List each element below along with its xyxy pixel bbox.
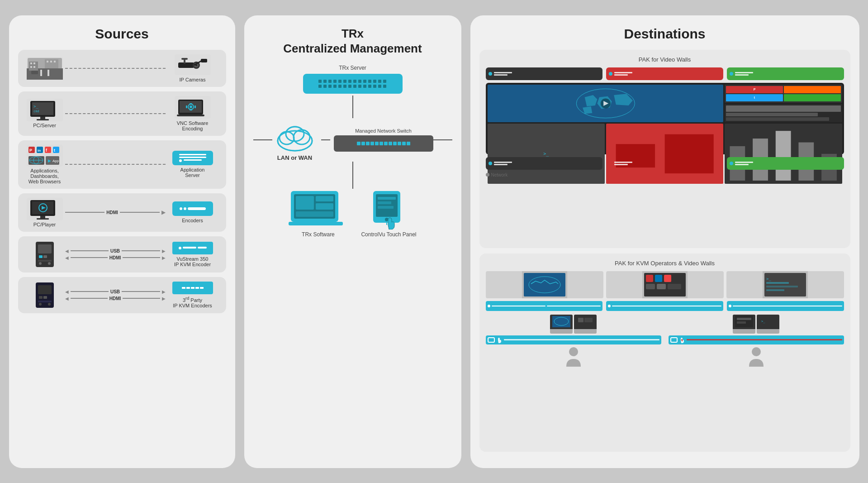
source-row-3rdparty: ◀ USB ▶ ◀ HDMI ▶ [18,277,226,313]
svg-rect-94 [316,203,333,210]
vw-cell-red-bottom [606,124,723,184]
controlvu-section: ControlVu Touch Panel [361,189,416,239]
kvm-monitor-2 [606,271,724,298]
kvm-ctrl-3 [727,301,844,311]
source-row-apps: P in f t ▶ App Applications, Dashb [18,140,226,189]
source-row-ip-cameras: IP Cameras [18,50,226,87]
svg-rect-29 [40,117,45,119]
svg-rect-62 [40,216,45,218]
svg-rect-8 [30,66,32,68]
pak-dot-2 [609,72,612,76]
svg-rect-135 [578,318,583,322]
ip-cameras-label: IP Cameras [180,77,206,82]
bottom-row: TRx Software [289,189,416,239]
app-server-dest: ApplicationServer [166,151,220,178]
network-row: LAN or WAN Managed Network Switch [253,118,452,162]
svg-text:App: App [52,159,59,163]
svg-rect-100 [378,201,391,204]
svg-point-77 [48,303,51,306]
svg-rect-7 [33,62,35,64]
video-wall-display: P t [486,83,844,154]
svg-rect-37 [190,109,192,110]
svg-rect-13 [54,61,56,62]
op2-monitor-2: >_ [757,315,779,334]
person-icon-1 [564,346,583,369]
svg-point-144 [752,347,761,356]
svg-rect-93 [316,196,333,201]
app-server-box [172,151,213,165]
vustream-label: VuStream 350IP KVM Encoder [174,256,211,267]
svg-rect-92 [296,196,314,210]
svg-rect-74 [43,296,47,299]
usb-label2: USB [110,289,120,294]
svg-point-69 [39,262,42,265]
svg-rect-40 [177,115,204,116]
trx-server-box [303,74,403,94]
pak-lines-2 [614,72,632,76]
vustream-icon [24,241,65,268]
source-row-vustream: ◀ USB ▶ ◀ HDMI ▶ [18,236,226,273]
svg-text:>_: >_ [33,104,38,109]
vw-cell-apps-top: P t [725,85,842,103]
svg-rect-95 [296,211,333,217]
pak-dot-1 [489,72,492,76]
encoders-label: Encoders [182,218,203,223]
source-row-pc-player: PC/Player HDMI ▶ Encoders [18,193,226,232]
vnc-label: VNC SoftwareEncoding [177,120,209,131]
pak-dot-3 [730,72,733,76]
encoders-box [172,201,213,216]
svg-rect-6 [30,62,32,64]
svg-rect-4 [47,70,49,76]
encoders-dest: Encoders [166,201,220,223]
center-title: TRx Centralized Management [253,26,452,57]
hdmi-label1: HDMI [109,255,121,260]
svg-text:cmd: cmd [33,110,39,113]
apps-line [65,164,166,165]
svg-rect-68 [38,260,52,262]
switch-section: Managed Network Switch [334,128,433,152]
svg-rect-109 [664,134,713,173]
3rdparty-label: 3rd PartyIP KVM Encoders [173,296,212,308]
op1-ctrl [486,335,661,344]
cloud-switch-row: LAN or WAN Managed Network Switch [272,118,433,162]
trx-software-section: TRx Software [289,189,347,238]
svg-text:>_: >_ [766,277,771,281]
main-container: Sources [5,11,864,473]
3rdparty-connectors: ◀ USB ▶ ◀ HDMI ▶ [65,289,166,301]
svg-rect-67 [43,255,47,258]
svg-rect-72 [38,285,52,294]
kvm-ctrl-1 [486,301,603,311]
camera-source-icon [24,57,65,80]
svg-rect-112 [776,131,791,181]
arrow-right-hdmi: ▶ [161,209,166,215]
svg-point-70 [48,262,51,265]
pak-ctrl-row-top [486,67,844,80]
svg-rect-96 [289,222,343,225]
vnc-dest: VNC SoftwareEncoding [166,96,220,131]
pc-player-label: PC/Player [33,222,56,227]
svg-rect-125 [668,284,681,289]
ip-cameras-dest: IP Cameras [166,54,220,82]
lan-wan-label: LAN or WAN [277,154,312,162]
encoders-dots [180,207,206,210]
center-panel: TRx Centralized Management TRx Server [244,15,461,468]
svg-rect-30 [37,119,49,120]
network-text: Network [491,172,508,177]
managed-switch-box [334,135,433,152]
svg-rect-139 [737,318,751,320]
svg-point-137 [569,347,578,356]
hdmi-label: HDMI [106,210,118,215]
svg-text:t: t [54,148,55,153]
svg-rect-123 [646,284,655,289]
left-horiz-line [253,139,272,140]
svg-rect-16 [178,62,194,68]
apps-icon: P in f t ▶ App Applications, Dashb [24,145,65,184]
controlvu-label: ControlVu Touch Panel [361,231,416,239]
vw-cell-stats [725,104,842,122]
arrow-right-usb1: ▶ [162,249,166,253]
pc-player-icon: PC/Player [24,198,65,227]
pak-video-walls-title: PAK for Video Walls [486,56,844,63]
vustream-connectors: ◀ USB ▶ ◀ HDMI ▶ [65,249,166,260]
svg-rect-11 [47,61,48,62]
arrow-left-usb2: ◀ [65,289,69,294]
